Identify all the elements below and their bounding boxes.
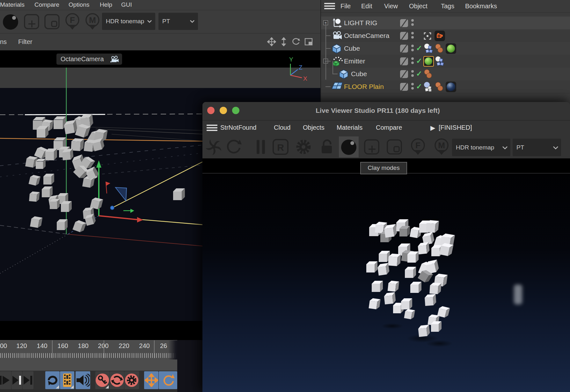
viewport-zoom-icon[interactable] — [279, 37, 288, 47]
focus-picker-button[interactable]: F — [62, 11, 82, 32]
loop-mode-button[interactable] — [45, 371, 60, 389]
viewport-menu-filter[interactable]: Filter — [18, 38, 32, 46]
layer-toggle[interactable] — [400, 57, 408, 65]
move-tool-button[interactable] — [144, 371, 158, 389]
record-parameters-button[interactable] — [124, 371, 139, 389]
om-object-name[interactable]: Cube — [344, 45, 360, 52]
region-render-button[interactable]: R — [271, 136, 290, 157]
om-menu-item-bookmarks[interactable]: Bookmarks — [465, 3, 497, 10]
om-row-floor-plain[interactable]: FLOOR Plain✓ — [321, 80, 570, 93]
main-toolbar-icons: FM — [0, 10, 102, 33]
material-picker-button[interactable]: M — [432, 136, 451, 157]
status-arrow-icon[interactable]: ▶ — [430, 124, 435, 132]
menu-item-help[interactable]: Help — [100, 1, 112, 8]
focus-tag-icon[interactable] — [423, 32, 432, 41]
restart-render-button[interactable] — [224, 136, 244, 157]
lv-menu-item-strnotfound[interactable]: StrNotFound — [220, 124, 256, 131]
enabled-check-icon[interactable]: ✓ — [416, 57, 422, 65]
layer-toggle[interactable] — [400, 83, 408, 91]
menu-item-options[interactable]: Options — [69, 1, 89, 8]
live-viewer-toolbar: RFM HDR tonemap PT — [202, 135, 570, 158]
goto-end-button[interactable] — [23, 371, 33, 389]
frame-mode-button[interactable] — [60, 371, 74, 389]
octane-object-tag-icon[interactable] — [423, 82, 433, 93]
enabled-check-icon[interactable]: ✓ — [416, 44, 422, 53]
add-region-button[interactable] — [362, 136, 382, 157]
live-viewer-titlebar[interactable]: Live Viewer Studio PR11 (180 days left) — [202, 102, 570, 120]
viewport-layout-icon[interactable] — [304, 37, 313, 47]
hamburger-icon[interactable] — [324, 3, 335, 10]
octane-logo-button[interactable] — [204, 136, 224, 157]
om-menu-item-edit[interactable]: Edit — [361, 3, 372, 10]
pick-region-button[interactable] — [42, 11, 62, 32]
viewport-rotate-icon[interactable] — [292, 37, 301, 47]
octane-object-tag-icon[interactable] — [423, 43, 433, 55]
interaction-tag-icon[interactable] — [423, 69, 432, 81]
timeline-panel[interactable]: 0012014016018020022024026 — [0, 340, 177, 392]
om-row-octanecamera[interactable]: OctaneCamera — [321, 29, 570, 42]
tonemap-dropdown[interactable]: HDR tonemap — [452, 139, 510, 156]
om-object-name[interactable]: FLOOR Plain — [344, 83, 384, 91]
om-object-name[interactable]: Emitter — [344, 57, 365, 65]
layer-toggle[interactable] — [400, 32, 408, 40]
render-status: [FINISHED] — [439, 124, 472, 131]
viewport-menu-partial[interactable]: ns — [0, 38, 7, 46]
clay-ball-button[interactable] — [1, 11, 20, 32]
lv-menu-item-compare[interactable]: Compare — [376, 124, 402, 131]
om-menu-item-object[interactable]: Object — [409, 3, 428, 10]
tonemap-dropdown[interactable]: HDR tonemap — [102, 13, 155, 30]
lv-menu-item-objects[interactable]: Objects — [303, 124, 325, 131]
kernel-dropdown[interactable]: PT — [158, 13, 198, 30]
layer-toggle[interactable] — [400, 19, 408, 27]
layer-toggle[interactable] — [400, 70, 408, 78]
om-row-cube[interactable]: Cube✓ — [321, 68, 570, 81]
menu-item-compare[interactable]: Compare — [34, 1, 59, 8]
om-object-name[interactable]: OctaneCamera — [344, 32, 389, 40]
timeline-frame-number: 26 — [160, 342, 167, 350]
lv-menu-item-cloud[interactable]: Cloud — [274, 124, 290, 131]
enabled-check-icon[interactable]: ✓ — [416, 82, 422, 91]
material-tag-green-selected[interactable] — [423, 56, 434, 67]
live-viewer-render[interactable] — [202, 173, 570, 392]
record-position-button[interactable] — [95, 371, 109, 389]
om-row-emitter[interactable]: -Emitter✓ — [321, 55, 570, 68]
octane-object-tag-icon[interactable] — [435, 56, 444, 68]
goto-next-key-button[interactable] — [11, 371, 22, 389]
pause-render-button[interactable] — [251, 136, 271, 157]
om-menu-item-view[interactable]: View — [384, 3, 398, 10]
material-picker-button[interactable]: M — [83, 11, 102, 32]
om-object-name[interactable]: LIGHT RIG — [344, 19, 377, 27]
scene-cube — [366, 264, 375, 272]
scene-cube — [64, 123, 75, 134]
material-tag-green[interactable] — [446, 43, 456, 54]
enabled-check-icon[interactable]: ✓ — [416, 69, 422, 78]
record-rotation-button[interactable] — [110, 371, 124, 389]
menu-item-gui[interactable]: GUI — [121, 1, 132, 8]
kernel-dropdown[interactable]: PT — [513, 139, 561, 156]
om-menu-item-tags[interactable]: Tags — [441, 3, 454, 10]
pick-region-button[interactable] — [384, 136, 404, 157]
focus-picker-button[interactable]: F — [408, 136, 428, 157]
hamburger-icon[interactable] — [207, 125, 217, 132]
layer-toggle[interactable] — [400, 45, 408, 53]
render-settings-button[interactable] — [294, 136, 313, 157]
timeline-frame-number: 180 — [78, 342, 88, 350]
rotate-tool-button[interactable] — [159, 371, 177, 389]
om-row-cube[interactable]: Cube✓ — [321, 42, 570, 55]
lv-menu-item-materials[interactable]: Materials — [337, 124, 362, 131]
om-object-name[interactable]: Cube — [351, 70, 367, 78]
sound-button[interactable] — [76, 371, 90, 389]
viewport-pan-icon[interactable] — [267, 37, 276, 47]
viewport-camera-label[interactable]: OctaneCamera — [56, 54, 122, 65]
octane-camera-tag-icon[interactable] — [435, 31, 445, 41]
clay-modes-button[interactable] — [339, 136, 359, 157]
om-row-light-rig[interactable]: +LIGHT RIG — [321, 17, 570, 30]
play-forward-button[interactable] — [0, 371, 11, 389]
om-menu-item-file[interactable]: File — [340, 3, 351, 10]
menu-item-materials[interactable]: Materials — [0, 1, 25, 8]
add-region-button[interactable] — [22, 11, 41, 32]
lock-resolution-button[interactable] — [317, 136, 337, 157]
material-tag-navy[interactable] — [446, 82, 456, 92]
interaction-tag-icon[interactable] — [435, 43, 443, 55]
interaction-tag-icon[interactable] — [435, 82, 443, 93]
